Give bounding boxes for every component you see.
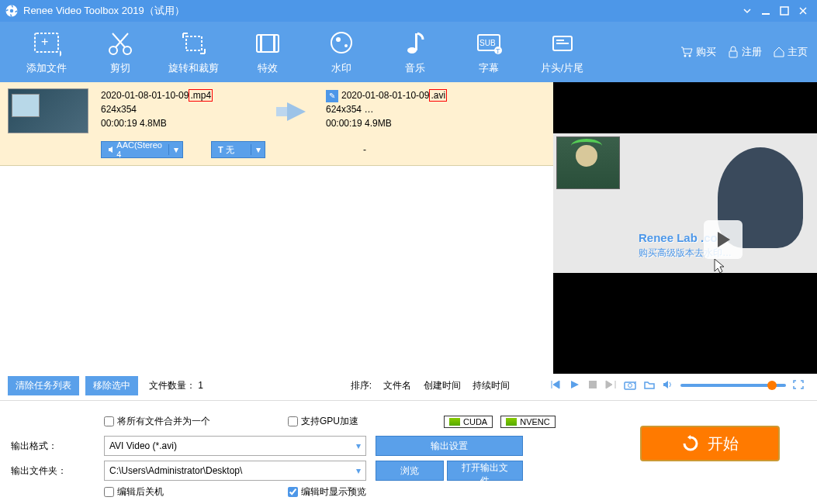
svg-text:T: T <box>496 47 500 55</box>
sort-by-duration[interactable]: 持续时间 <box>473 380 510 391</box>
nvenc-badge: NVENC <box>500 416 556 428</box>
toolbar-music[interactable]: 音乐 <box>378 29 452 75</box>
output-settings-button[interactable]: 输出设置 <box>376 436 523 456</box>
toolbar-add-file[interactable]: + 添加文件 <box>9 29 83 75</box>
dropdown-button[interactable] <box>738 2 756 20</box>
preview-edit-checkbox[interactable]: 编辑时显示预览 <box>288 485 366 499</box>
svg-rect-26 <box>729 51 737 57</box>
stop-button[interactable] <box>587 379 598 392</box>
prev-button[interactable] <box>550 379 563 392</box>
file-count: 文件数量： 1 <box>149 379 203 392</box>
svg-rect-2 <box>762 13 770 15</box>
edit-icon[interactable]: ✎ <box>326 90 338 102</box>
titlebar: Renee Video Toolbox 2019（试用） <box>0 0 817 22</box>
toolbar-watermark[interactable]: 水印 <box>304 29 378 75</box>
cut-icon <box>106 29 135 58</box>
register-link[interactable]: 注册 <box>727 45 762 59</box>
svg-rect-22 <box>556 40 564 41</box>
sort-by-created[interactable]: 创建时间 <box>424 380 461 391</box>
svg-point-12 <box>331 33 351 53</box>
add-file-icon: + <box>32 29 61 58</box>
snapshot-button[interactable] <box>623 379 637 392</box>
format-select[interactable]: AVI Video (*.avi)▾ <box>104 436 366 456</box>
source-ext: .mp4 <box>189 89 213 102</box>
toolbar-rotate-crop[interactable]: 旋转和裁剪 <box>157 29 230 75</box>
intro-outro-icon <box>548 29 577 58</box>
effects-icon <box>253 29 282 58</box>
merge-all-checkbox[interactable]: 将所有文件合并为一个 <box>104 415 210 428</box>
minimize-button[interactable] <box>756 2 775 20</box>
svg-rect-11 <box>273 35 275 52</box>
svg-point-13 <box>336 37 341 42</box>
remove-selected-button[interactable]: 移除选中 <box>85 376 138 395</box>
fullscreen-button[interactable] <box>792 379 805 392</box>
clear-list-button[interactable]: 清除任务列表 <box>8 376 79 395</box>
subtitle-dropdown[interactable]: T 无 ▾ <box>211 141 265 158</box>
svg-rect-10 <box>260 35 262 52</box>
source-info: 2020-01-08-01-10-09.mp4 624x354 00:00:19… <box>101 88 256 130</box>
svg-point-25 <box>689 55 691 57</box>
dest-info: ✎2020-01-08-01-10-09.avi 624x354 … 00:00… <box>326 88 481 130</box>
open-folder-button[interactable] <box>643 379 656 392</box>
svg-rect-27 <box>276 107 287 116</box>
cuda-badge: CUDA <box>444 416 493 428</box>
toolbar-label: 剪切 <box>110 61 130 75</box>
subtitle-icon: SUBT <box>474 29 504 58</box>
refresh-icon <box>681 434 700 453</box>
video-item[interactable]: 2020-01-08-01-10-09.mp4 624x354 00:00:19… <box>0 82 553 166</box>
dest-resolution: 624x354 <box>326 104 362 115</box>
dest-meta: 00:00:19 4.9MB <box>326 116 481 130</box>
main-area: 2020-01-08-01-10-09.mp4 624x354 00:00:19… <box>0 82 817 374</box>
toolbar-label: 字幕 <box>479 61 499 75</box>
volume-slider[interactable] <box>680 384 786 387</box>
open-output-folder-button[interactable]: 打开输出文件 <box>447 461 523 481</box>
chevron-down-icon: ▾ <box>356 465 361 476</box>
next-button[interactable] <box>604 379 617 392</box>
app-logo-icon <box>5 4 19 18</box>
maximize-button[interactable] <box>775 2 794 20</box>
music-icon <box>400 29 430 58</box>
start-button[interactable]: 开始 <box>640 426 780 461</box>
source-resolution: 624x354 <box>101 102 256 116</box>
toolbar-cut[interactable]: 剪切 <box>83 29 157 75</box>
svg-point-6 <box>109 47 117 54</box>
toolbar-subtitle[interactable]: SUBT 字幕 <box>452 29 525 75</box>
home-link[interactable]: 主页 <box>773 45 808 59</box>
window-title: Renee Video Toolbox 2019（试用） <box>23 4 738 18</box>
svg-point-7 <box>123 47 131 54</box>
home-icon <box>773 46 785 58</box>
svg-point-1 <box>10 9 14 13</box>
svg-rect-8 <box>186 36 202 50</box>
dest-ext: .avi <box>429 89 447 102</box>
browse-button[interactable]: 浏览 <box>376 461 444 481</box>
preview-panel: Renee Lab .com 购买高级版本去水印… <box>553 82 817 374</box>
sub-dash: - <box>363 144 366 155</box>
toolbar-label: 添加文件 <box>26 61 67 75</box>
task-list: 2020-01-08-01-10-09.mp4 624x354 00:00:19… <box>0 82 553 374</box>
chevron-down-icon: ▾ <box>356 440 361 451</box>
sort-by-name[interactable]: 文件名 <box>383 380 411 391</box>
close-button[interactable] <box>794 2 812 20</box>
toolbar-label: 音乐 <box>405 61 425 75</box>
svg-rect-28 <box>589 381 597 388</box>
play-button[interactable] <box>704 220 743 259</box>
folder-label: 输出文件夹： <box>11 464 104 478</box>
play-button-small[interactable] <box>569 379 581 392</box>
lock-icon <box>727 46 739 58</box>
chevron-down-icon: ▾ <box>251 144 265 155</box>
audio-track-dropdown[interactable]: AAC(Stereo 4 ▾ <box>101 141 183 158</box>
buy-link[interactable]: 购买 <box>680 45 716 59</box>
cursor-icon <box>713 257 729 274</box>
toolbar-effects[interactable]: 特效 <box>230 29 304 75</box>
svg-text:+: + <box>41 35 48 48</box>
shutdown-checkbox[interactable]: 编辑后关机 <box>104 485 164 499</box>
toolbar-label: 特效 <box>258 61 278 75</box>
rotate-crop-icon <box>179 29 209 58</box>
volume-icon[interactable] <box>662 379 674 392</box>
watermark-icon <box>327 29 356 58</box>
toolbar-label: 片头/片尾 <box>541 61 584 75</box>
folder-select[interactable]: C:\Users\Administrator\Desktop\▾ <box>104 461 366 481</box>
pip-thumbnail <box>556 136 620 189</box>
gpu-checkbox[interactable]: 支持GPU加速 <box>288 415 358 428</box>
toolbar-intro-outro[interactable]: 片头/片尾 <box>525 29 599 75</box>
